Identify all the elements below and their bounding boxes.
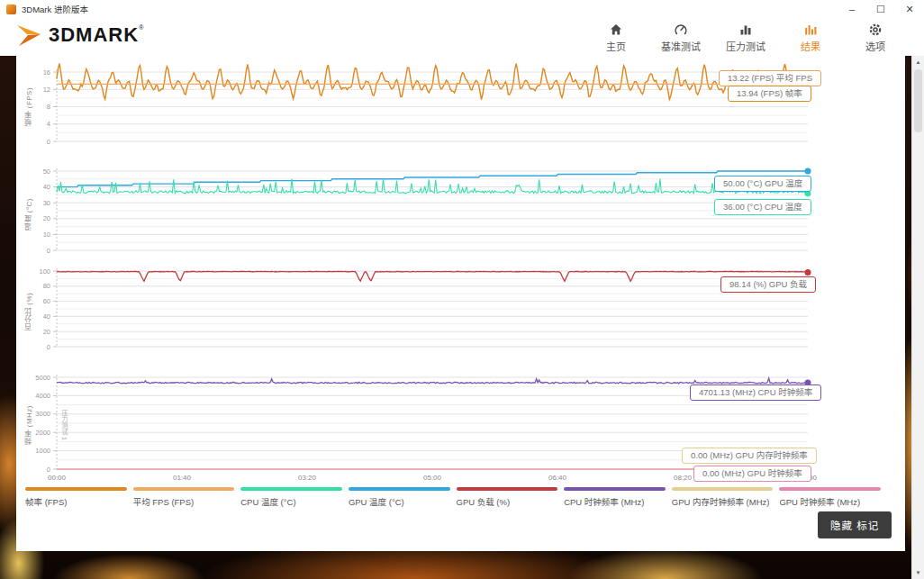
nav-options[interactable]: 选项: [852, 21, 899, 53]
legend-item[interactable]: GPU 时钟频率 (MHz): [779, 487, 881, 508]
legend-item[interactable]: GPU 负载 (%): [457, 487, 558, 508]
window-controls: – ☐ ✕: [838, 0, 924, 18]
svg-text:80: 80: [43, 282, 50, 290]
scroll-down-icon[interactable]: ▼: [912, 566, 924, 579]
callout-avg-fps: 13.22 (FPS) 平均 FPS: [719, 70, 821, 86]
gauge-icon: [674, 21, 688, 37]
legend-color-bar: [240, 487, 342, 491]
stress-test-annotation: 压力测试 1: [59, 410, 68, 473]
legend-color-bar: [672, 487, 774, 491]
scrollbar[interactable]: ▲ ▼: [911, 56, 924, 579]
svg-text:1000: 1000: [35, 447, 50, 455]
svg-text:4000: 4000: [35, 392, 50, 400]
logo: 3DMARK ®: [16, 23, 143, 50]
y-axis-label: 帧率 (FPS): [23, 67, 34, 146]
callout-fps: 13.94 (FPS) 帧率: [728, 86, 811, 102]
logo-arrow-icon: [16, 23, 45, 50]
legend-color-bar: [133, 487, 235, 491]
hide-markers-button[interactable]: 隐藏 标记: [818, 511, 892, 538]
callout-gpu-temp: 50.00 (°C) GPU 温度: [714, 176, 811, 192]
x-tick-label: 05:00: [417, 474, 448, 482]
nav-stress-test[interactable]: 压力测试: [722, 21, 769, 53]
bars-icon: [738, 21, 753, 37]
svg-text:16: 16: [43, 68, 50, 77]
svg-text:4: 4: [47, 120, 50, 128]
svg-text:0: 0: [47, 138, 50, 146]
legend: 帧率 (FPS)平均 FPS (FPS)CPU 温度 (°C)GPU 温度 (°…: [25, 487, 881, 508]
nav-label: 基准测试: [661, 39, 701, 53]
results-bars-icon: [803, 21, 818, 37]
legend-item[interactable]: 平均 FPS (FPS): [133, 487, 235, 508]
nav-label: 主页: [606, 39, 626, 53]
titlebar: 3DMark 进阶版本 – ☐ ✕: [0, 0, 924, 18]
svg-text:20: 20: [43, 328, 50, 336]
monitor-panel: 13.22 (FPS) 平均 FPS 13.94 (FPS) 帧率 50.00 …: [16, 56, 905, 551]
svg-text:0: 0: [47, 466, 50, 474]
logo-text: 3DMARK: [49, 23, 139, 47]
nav-label: 选项: [865, 39, 885, 53]
svg-text:8: 8: [47, 103, 50, 111]
svg-text:0: 0: [47, 247, 50, 255]
maximize-button[interactable]: ☐: [866, 0, 895, 18]
gear-icon: [868, 21, 883, 37]
nav-benchmark[interactable]: 基准测试: [657, 21, 704, 53]
svg-text:5000: 5000: [35, 374, 50, 382]
svg-text:100: 100: [39, 267, 50, 276]
close-button[interactable]: ✕: [895, 0, 924, 18]
legend-label: 帧率 (FPS): [25, 495, 127, 508]
x-tick-label: 00:00: [41, 474, 72, 482]
app-header: 3DMARK ® 主页 基准测试 压力测试: [0, 18, 924, 56]
y-axis-label: 温度 (°C): [23, 173, 34, 256]
series-end-marker: [805, 168, 811, 175]
x-tick-label: 03:20: [292, 474, 322, 482]
home-icon: [609, 21, 623, 37]
y-axis-label: 百分比 (%): [23, 272, 34, 351]
app-icon: [6, 5, 16, 14]
legend-item[interactable]: CPU 时钟频率 (MHz): [564, 487, 666, 508]
nav-label: 结果: [801, 39, 820, 53]
x-tick-label: 01:40: [167, 474, 197, 482]
callout-cpu-temp: 36.00 (°C) CPU 温度: [714, 199, 811, 215]
legend-item[interactable]: GPU 温度 (°C): [349, 487, 450, 508]
legend-label: GPU 时钟频率 (MHz): [779, 495, 881, 508]
nav-label: 压力测试: [726, 39, 765, 53]
callout-gpu-load: 98.14 (%) GPU 负载: [720, 276, 816, 293]
callout-gpu-clock: 0.00 (MHz) GPU 时钟频率: [693, 466, 811, 482]
legend-item[interactable]: CPU 温度 (°C): [240, 487, 342, 508]
svg-text:30: 30: [43, 199, 50, 207]
y-axis-label: 频率 (MHz): [23, 378, 34, 472]
legend-label: CPU 时钟频率 (MHz): [564, 495, 666, 508]
scrollbar-thumb[interactable]: [914, 69, 922, 132]
nav-results[interactable]: 结果: [787, 21, 834, 53]
svg-text:40: 40: [43, 312, 50, 321]
svg-text:20: 20: [43, 214, 50, 222]
registered-mark: ®: [139, 24, 143, 31]
series-end-marker: [805, 269, 811, 276]
svg-text:40: 40: [43, 183, 50, 191]
legend-label: 平均 FPS (FPS): [133, 495, 235, 508]
nav-home[interactable]: 主页: [593, 21, 639, 53]
minimize-button[interactable]: –: [838, 0, 866, 18]
legend-item[interactable]: 帧率 (FPS): [25, 487, 127, 508]
window-title: 3DMark 进阶版本: [22, 3, 88, 15]
x-tick-label: 06:40: [542, 474, 573, 482]
legend-color-bar: [564, 487, 666, 491]
svg-text:10: 10: [43, 231, 50, 239]
app-window: 3DMark 进阶版本 – ☐ ✕ 3DMARK ® 主页: [0, 0, 924, 579]
legend-color-bar: [457, 487, 558, 491]
svg-text:0: 0: [47, 343, 50, 351]
svg-text:2000: 2000: [35, 429, 50, 437]
svg-text:50: 50: [43, 167, 50, 176]
svg-text:12: 12: [43, 86, 50, 94]
legend-color-bar: [349, 487, 450, 491]
svg-text:60: 60: [43, 297, 50, 305]
callout-gpu-mem-clock: 0.00 (MHz) GPU 内存时钟频率: [682, 448, 817, 464]
svg-text:3000: 3000: [35, 410, 50, 418]
legend-label: GPU 负载 (%): [457, 495, 558, 508]
main-nav: 主页 基准测试 压力测试 结果: [593, 21, 899, 53]
legend-label: GPU 内存时钟频率 (MHz): [672, 495, 774, 508]
callout-cpu-clock: 4701.13 (MHz) CPU 时钟频率: [690, 384, 821, 401]
scroll-up-icon[interactable]: ▲: [912, 56, 924, 68]
legend-item[interactable]: GPU 内存时钟频率 (MHz): [672, 487, 774, 508]
legend-color-bar: [779, 487, 881, 491]
